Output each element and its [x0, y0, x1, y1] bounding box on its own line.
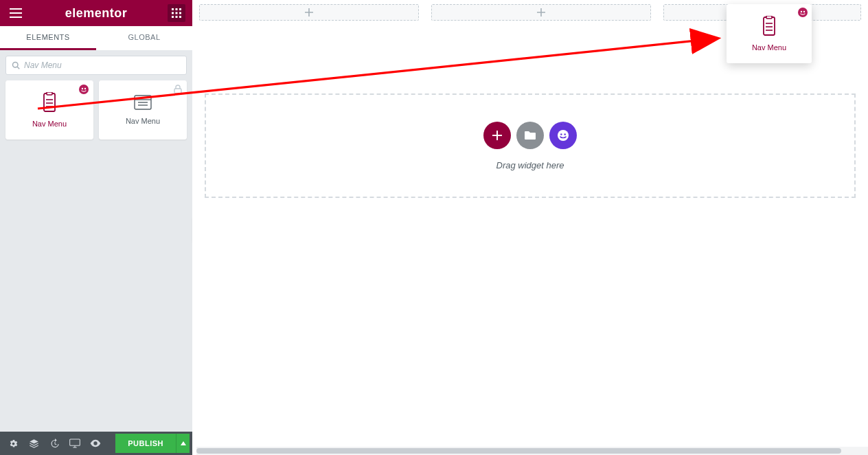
svg-rect-0 — [172, 8, 174, 10]
svg-point-27 — [560, 133, 562, 135]
publish-group: PUBLISH — [115, 434, 190, 453]
history-button[interactable] — [44, 432, 65, 455]
panel-footer: PUBLISH — [0, 432, 192, 455]
plus-icon — [305, 8, 313, 16]
horizontal-scrollbar[interactable] — [196, 447, 868, 455]
search-wrap — [0, 50, 192, 80]
brand-badge-icon — [798, 8, 808, 20]
widget-label: Nav Menu — [126, 117, 160, 125]
widget-label: Nav Menu — [752, 43, 786, 52]
drop-area-buttons — [483, 122, 577, 149]
widget-nav-menu-brand[interactable]: Nav Menu — [5, 80, 93, 140]
widgets-grid-button[interactable] — [168, 4, 185, 22]
add-template-button[interactable] — [516, 122, 544, 149]
svg-point-11 — [79, 85, 89, 94]
add-column-2[interactable] — [431, 4, 651, 21]
publish-button[interactable]: PUBLISH — [115, 434, 176, 453]
smile-icon — [557, 129, 569, 142]
svg-line-10 — [17, 67, 19, 69]
panel-header: elementor — [0, 0, 192, 26]
add-column-1[interactable] — [199, 4, 419, 21]
search-icon — [12, 61, 20, 69]
svg-rect-8 — [179, 16, 181, 18]
svg-point-30 — [801, 11, 802, 12]
svg-rect-4 — [176, 12, 178, 14]
add-section-button[interactable] — [483, 122, 511, 149]
nav-menu-icon — [760, 16, 779, 36]
plus-icon — [492, 131, 502, 140]
svg-point-29 — [798, 8, 808, 17]
lock-icon — [174, 85, 182, 97]
preview-button[interactable] — [85, 432, 106, 455]
svg-rect-2 — [179, 8, 181, 10]
settings-button[interactable] — [3, 432, 23, 455]
svg-rect-5 — [179, 12, 181, 14]
svg-rect-23 — [70, 439, 80, 445]
svg-rect-1 — [176, 8, 178, 10]
search-box[interactable] — [5, 56, 187, 75]
brand-templates-button[interactable] — [549, 122, 577, 149]
svg-point-13 — [84, 88, 86, 89]
scrollbar-thumb[interactable] — [196, 448, 841, 454]
search-input[interactable] — [24, 60, 181, 70]
tab-global[interactable]: GLOBAL — [96, 26, 192, 50]
drop-area[interactable]: Drag widget here — [205, 93, 856, 198]
nav-menu-icon — [40, 92, 59, 113]
folder-icon — [524, 131, 536, 140]
svg-rect-3 — [172, 12, 174, 14]
widget-list: Nav Menu Nav Menu — [0, 80, 192, 140]
panel-tabs: ELEMENTS GLOBAL — [0, 26, 192, 50]
svg-rect-6 — [172, 16, 174, 18]
publish-options-button[interactable] — [176, 434, 190, 453]
widget-nav-menu-pro[interactable]: Nav Menu — [99, 80, 187, 140]
editor-canvas: Drag widget here Nav Menu — [192, 0, 868, 455]
brand-badge-icon — [79, 85, 89, 94]
svg-rect-14 — [47, 92, 52, 95]
nav-menu-icon — [134, 95, 152, 110]
app-title: elementor — [65, 6, 128, 21]
drag-ghost-nav-menu[interactable]: Nav Menu — [727, 4, 812, 63]
svg-point-28 — [564, 133, 566, 135]
svg-rect-32 — [766, 16, 772, 19]
svg-rect-18 — [174, 89, 181, 93]
navigator-button[interactable] — [23, 432, 44, 455]
tab-elements[interactable]: ELEMENTS — [0, 26, 96, 50]
svg-point-12 — [82, 88, 83, 89]
responsive-button[interactable] — [65, 432, 85, 455]
widget-label: Nav Menu — [32, 120, 67, 128]
svg-point-9 — [13, 63, 19, 68]
svg-point-26 — [558, 130, 569, 141]
svg-point-31 — [803, 11, 805, 12]
menu-button[interactable] — [7, 4, 25, 22]
editor-panel: elementor ELEMENTS GLOBAL — [0, 0, 192, 455]
svg-rect-7 — [176, 16, 178, 18]
plus-icon — [537, 8, 545, 16]
drop-hint-text: Drag widget here — [496, 160, 564, 170]
